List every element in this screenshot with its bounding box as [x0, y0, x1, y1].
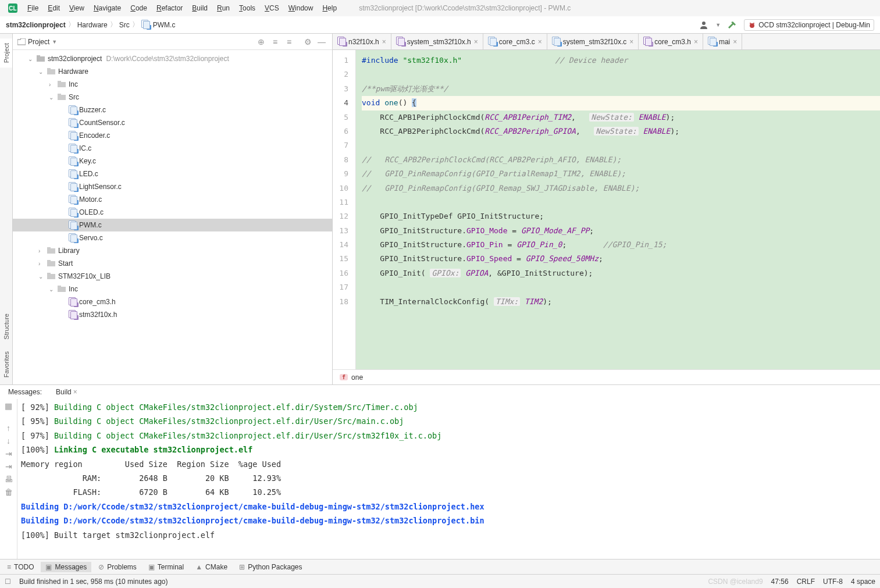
close-icon[interactable]: × — [474, 38, 478, 46]
collapse-all-icon[interactable]: ≡ — [283, 36, 295, 48]
project-tree[interactable]: ⌄stm32clionprojectD:\work\Ccode\stm32\st… — [13, 50, 332, 384]
hammer-build-icon[interactable] — [726, 19, 738, 31]
editor-tab[interactable]: Hcore_cm3.h× — [639, 34, 703, 49]
bottom-tab-python[interactable]: ⊞Python Packages — [234, 562, 307, 572]
tab-messages[interactable]: Messages: — [5, 387, 45, 397]
file-encoding[interactable]: UTF-8 — [823, 578, 843, 586]
tree-file[interactable]: Hstm32f10x.h — [13, 308, 332, 321]
bottom-tab-todo[interactable]: ≡TODO — [2, 562, 38, 572]
run-configuration-selector[interactable]: OCD stm32clionproject | Debug-Min — [744, 19, 874, 31]
editor-tab[interactable]: Hn32f10x.h× — [333, 34, 391, 49]
chevron-icon[interactable]: ⌄ — [38, 273, 45, 280]
chevron-icon[interactable]: › — [38, 261, 45, 267]
tree-file[interactable]: CPWM.c — [13, 219, 332, 231]
menu-view[interactable]: View — [65, 3, 89, 13]
tool-tab-project[interactable]: Project — [0, 38, 12, 67]
menu-run[interactable]: Run — [212, 3, 234, 13]
chevron-icon[interactable]: ⌄ — [38, 69, 45, 75]
menu-navigate[interactable]: Navigate — [89, 3, 126, 13]
expand-all-icon[interactable]: ≡ — [269, 36, 281, 48]
dropdown-arrow-icon[interactable]: ▼ — [52, 39, 57, 45]
user-icon[interactable] — [698, 19, 710, 31]
tool-tab-structure[interactable]: Structure — [0, 309, 12, 344]
close-icon[interactable]: × — [629, 38, 633, 46]
close-icon[interactable]: × — [694, 38, 698, 46]
editor-tab[interactable]: Ccore_cm3.c× — [483, 34, 547, 49]
tree-folder[interactable]: ›Inc — [13, 78, 332, 91]
svg-rect-13 — [58, 94, 61, 95]
soft-wrap-icon[interactable]: ⇥ — [5, 449, 12, 458]
settings-gear-icon[interactable]: ⚙ — [302, 36, 313, 48]
menu-code[interactable]: Code — [126, 3, 152, 13]
editor-tab[interactable]: Cmai× — [703, 34, 742, 49]
indent-setting[interactable]: 4 space — [851, 578, 875, 586]
bottom-tab-cmake[interactable]: ▲CMake — [191, 562, 232, 572]
breadcrumb-file[interactable]: PWM.c — [153, 21, 176, 29]
tree-folder[interactable]: ›Library — [13, 244, 332, 257]
tree-file[interactable]: CServo.c — [13, 231, 332, 244]
menu-file[interactable]: File — [23, 3, 43, 13]
chevron-icon[interactable]: ⌄ — [49, 94, 56, 101]
breadcrumb-item[interactable]: Src — [119, 21, 130, 29]
filter-icon[interactable]: ▦ — [5, 401, 12, 411]
folder-icon — [47, 68, 56, 75]
clear-icon[interactable]: 🗑 — [5, 487, 13, 497]
menu-tools[interactable]: Tools — [234, 3, 260, 13]
menu-refactor[interactable]: Refactor — [152, 3, 187, 13]
tree-folder[interactable]: ⌄Inc — [13, 283, 332, 295]
tree-file[interactable]: COLED.c — [13, 206, 332, 219]
chevron-icon[interactable]: ⌄ — [28, 56, 35, 62]
chevron-icon[interactable]: › — [38, 248, 45, 254]
chevron-icon[interactable]: ⌄ — [49, 286, 56, 293]
tree-folder[interactable]: ⌄STM32F10x_LIB — [13, 270, 332, 283]
project-panel-title[interactable]: Project — [28, 38, 49, 46]
tool-tab-favorites[interactable]: Favorites — [0, 347, 12, 382]
menu-build[interactable]: Build — [187, 3, 212, 13]
close-icon[interactable]: × — [538, 38, 542, 46]
tree-file[interactable]: CEncoder.c — [13, 129, 332, 142]
window-icon[interactable]: ☐ — [5, 578, 11, 586]
line-separator[interactable]: CRLF — [797, 578, 815, 586]
menu-window[interactable]: Window — [284, 3, 318, 13]
breadcrumb-item[interactable]: Hardware — [77, 21, 108, 29]
bottom-tab-messages[interactable]: ▣Messages — [41, 562, 91, 572]
tree-folder[interactable]: ›Start — [13, 257, 332, 270]
down-arrow-icon[interactable]: ↓ — [6, 436, 10, 446]
tree-folder[interactable]: ⌄stm32clionprojectD:\work\Ccode\stm32\st… — [13, 52, 332, 65]
close-icon[interactable]: × — [73, 388, 77, 396]
menu-vcs[interactable]: VCS — [260, 3, 284, 13]
tree-file[interactable]: CCountSensor.c — [13, 116, 332, 129]
menu-edit[interactable]: Edit — [43, 3, 65, 13]
dropdown-arrow-icon[interactable]: ▼ — [715, 22, 721, 28]
breadcrumb-root[interactable]: stm32clionproject — [6, 21, 66, 29]
tree-file[interactable]: CLED.c — [13, 168, 332, 180]
editor-tab[interactable]: Hsystem_stm32f10x.h× — [391, 34, 483, 49]
build-output-text[interactable]: [ 92%] Building C object CMakeFiles/stm3… — [17, 399, 880, 559]
chevron-icon[interactable]: › — [49, 81, 56, 88]
tree-file[interactable]: CLightSensor.c — [13, 180, 332, 193]
scroll-to-end-icon[interactable]: ⇥ — [5, 462, 12, 471]
tree-file[interactable]: CBuzzer.c — [13, 104, 332, 116]
up-arrow-icon[interactable]: ↑ — [6, 423, 10, 433]
close-icon[interactable]: × — [733, 38, 737, 46]
tab-build[interactable]: Build× — [52, 387, 81, 397]
tree-file[interactable]: CIC.c — [13, 142, 332, 155]
bottom-tab-problems[interactable]: ⊘Problems — [94, 562, 141, 572]
print-icon[interactable]: 🖶 — [5, 475, 13, 484]
code-area[interactable]: #include "stm32f10x.h"// Device header /… — [356, 50, 880, 369]
select-opened-file-icon[interactable]: ⊕ — [255, 36, 267, 48]
tree-folder[interactable]: ⌄Hardware — [13, 65, 332, 78]
editor-tab[interactable]: Csystem_stm32f10x.c× — [547, 34, 639, 49]
tree-file[interactable]: CKey.c — [13, 155, 332, 168]
cursor-position[interactable]: 47:56 — [771, 578, 789, 586]
close-icon[interactable]: × — [382, 38, 386, 46]
current-function-name[interactable]: one — [351, 373, 363, 382]
tree-file[interactable]: Hcore_cm3.h — [13, 295, 332, 308]
menu-help[interactable]: Help — [318, 3, 341, 13]
editor-gutter[interactable]: 123456789101112131415161718 — [333, 50, 356, 369]
hide-icon[interactable]: — — [316, 36, 327, 48]
tree-folder[interactable]: ⌄Src — [13, 91, 332, 104]
bottom-tab-terminal[interactable]: ▣Terminal — [144, 562, 188, 572]
messages-tab-bar: Messages: Build× — [0, 385, 880, 399]
tree-file[interactable]: CMotor.c — [13, 193, 332, 206]
